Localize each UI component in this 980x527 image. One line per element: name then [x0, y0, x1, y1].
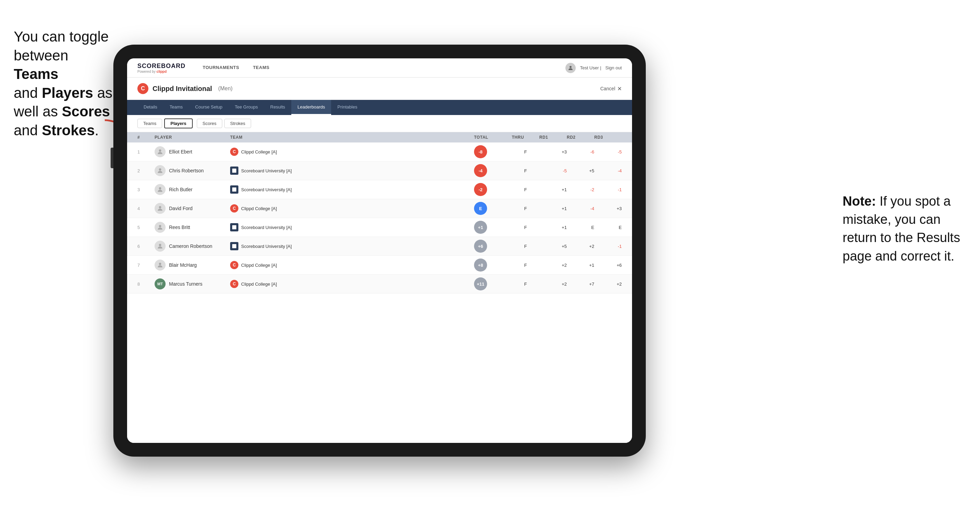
player-avatar: [154, 241, 165, 252]
table-row: 4 David Ford C Clippd College [A] E F +1…: [127, 199, 632, 218]
user-avatar: [565, 63, 576, 73]
toggle-strokes-button[interactable]: Strokes: [224, 119, 251, 128]
col-rd1: +2: [539, 263, 567, 268]
score-total: +1: [474, 221, 512, 234]
player-info: Elliot Ebert: [154, 146, 230, 157]
ipad-side-button: [111, 148, 113, 168]
score-total: E: [474, 202, 512, 215]
tournament-header: C Clippd Invitational (Men) Cancel ✕: [127, 78, 632, 100]
team-info: Scoreboard University [A]: [230, 242, 474, 250]
col-header-team: TEAM: [230, 135, 474, 140]
ipad-frame: SCOREBOARD Powered by clippd TOURNAMENTS…: [113, 44, 646, 457]
col-thru: F: [512, 244, 539, 249]
team-logo: C: [230, 280, 239, 288]
player-avatar: [154, 260, 165, 271]
player-avatar: [154, 165, 165, 176]
team-logo: C: [230, 204, 239, 213]
player-info: David Ford: [154, 203, 230, 214]
subnav-details[interactable]: Details: [137, 100, 164, 115]
subnav-printables[interactable]: Printables: [331, 100, 363, 115]
subnav-tee-groups[interactable]: Tee Groups: [229, 100, 264, 115]
team-info: C Clippd College [A]: [230, 261, 474, 269]
tournament-subtitle: (Men): [218, 86, 232, 92]
toggle-players-button[interactable]: Players: [164, 119, 192, 129]
player-name: Elliot Ebert: [169, 149, 192, 154]
col-thru: F: [512, 206, 539, 211]
col-thru: F: [512, 168, 539, 173]
ipad-screen: SCOREBOARD Powered by clippd TOURNAMENTS…: [127, 58, 632, 443]
col-header-player: PLAYER: [154, 135, 230, 140]
team-name: Scoreboard University [A]: [241, 244, 292, 249]
subnav-leaderboards[interactable]: Leaderboards: [291, 100, 331, 115]
col-rd3: +2: [594, 281, 622, 287]
annotation-strokes: Strokes: [42, 122, 95, 138]
team-info: C Clippd College [A]: [230, 148, 474, 156]
col-rd3: -4: [594, 168, 622, 173]
subnav-teams[interactable]: Teams: [164, 100, 189, 115]
col-rd2: +1: [567, 263, 594, 268]
team-logo: C: [230, 148, 239, 156]
col-thru: F: [512, 263, 539, 268]
score-total: -2: [474, 183, 512, 196]
player-name: Blair McHarg: [169, 262, 197, 268]
col-rd3: -5: [594, 149, 622, 154]
tournament-title-area: C Clippd Invitational (Men): [137, 83, 232, 94]
team-info: Scoreboard University [A]: [230, 167, 474, 175]
nav-item-teams[interactable]: TEAMS: [246, 58, 276, 78]
col-rd3: E: [594, 225, 622, 230]
player-name: Chris Robertson: [169, 168, 204, 173]
team-logo: [230, 167, 239, 175]
toggle-bar: Teams Players Scores Strokes: [127, 115, 632, 132]
annotation-players: Players: [42, 85, 93, 101]
player-info: Blair McHarg: [154, 260, 230, 271]
team-name: Clippd College [A]: [241, 149, 277, 154]
col-rd2: -4: [567, 206, 594, 211]
player-name: Cameron Robertson: [169, 243, 212, 249]
nav-item-tournaments[interactable]: TOURNAMENTS: [196, 58, 246, 78]
player-avatar: [154, 222, 165, 233]
col-rd2: +7: [567, 281, 594, 287]
row-num: 2: [137, 168, 154, 173]
row-num: 7: [137, 263, 154, 268]
tournament-name: Clippd Invitational: [153, 85, 212, 93]
svg-point-1: [570, 66, 571, 68]
col-header-thru: THRU: [512, 135, 539, 140]
note-label: Note:: [843, 194, 876, 208]
logo-powered: Powered by clippd: [137, 70, 186, 73]
team-info: Scoreboard University [A]: [230, 223, 474, 232]
col-rd3: +6: [594, 263, 622, 268]
table-row: 1 Elliot Ebert C Clippd College [A] -8 F…: [127, 143, 632, 161]
col-thru: F: [512, 225, 539, 230]
col-thru: F: [512, 149, 539, 154]
team-name: Clippd College [A]: [241, 206, 277, 211]
subnav-results[interactable]: Results: [264, 100, 291, 115]
col-thru: F: [512, 187, 539, 192]
team-name: Clippd College [A]: [241, 263, 277, 268]
col-rd3: +3: [594, 206, 622, 211]
toggle-scores-button[interactable]: Scores: [197, 119, 222, 128]
player-info: Cameron Robertson: [154, 241, 230, 252]
col-header-rd2: RD2: [567, 135, 594, 140]
score-total: -8: [474, 145, 512, 158]
player-avatar: [154, 203, 165, 214]
svg-rect-11: [232, 244, 236, 248]
row-num: 5: [137, 225, 154, 230]
col-rd1: -5: [539, 168, 567, 173]
subnav-course-setup[interactable]: Course Setup: [189, 100, 229, 115]
tournament-logo: C: [137, 83, 148, 94]
score-total: +8: [474, 259, 512, 271]
cancel-button[interactable]: Cancel ✕: [600, 86, 622, 92]
col-rd2: +5: [567, 168, 594, 173]
score-total: +6: [474, 240, 512, 253]
sign-out-link[interactable]: Sign out: [605, 65, 622, 70]
col-rd2: -2: [567, 187, 594, 192]
row-num: 6: [137, 244, 154, 249]
svg-rect-9: [232, 225, 236, 229]
logo-text: SCOREBOARD: [137, 62, 186, 70]
toggle-teams-button[interactable]: Teams: [137, 119, 162, 128]
player-avatar: MT: [154, 278, 165, 289]
table-row: 3 Rich Butler Scoreboard University [A] …: [127, 180, 632, 199]
team-logo: [230, 186, 239, 194]
player-info: MT Marcus Turners: [154, 278, 230, 289]
team-logo: C: [230, 261, 239, 269]
